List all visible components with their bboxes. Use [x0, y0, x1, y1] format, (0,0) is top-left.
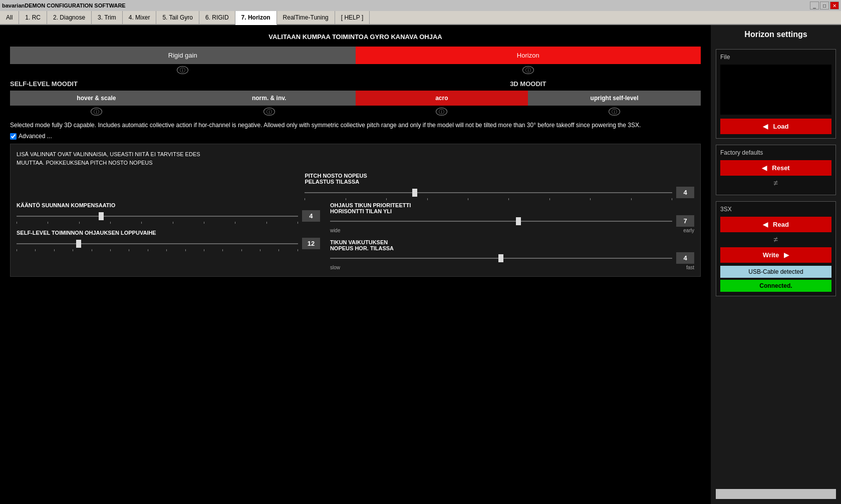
threeSX-panel-title: 3SX — [720, 206, 831, 213]
pitch-nosto-row: PITCH NOSTO NOPEUSPELASTUS TILASSA — [17, 173, 694, 198]
instruction-text: VALITAAN KUMPAA TOIMINTOA GYRO KANAVA OH… — [10, 33, 701, 41]
advanced-panel-title: LISÄ VALINNAT OVAT VALINNAISIA, USEASTI … — [17, 150, 694, 167]
load-button[interactable]: Load — [720, 119, 831, 134]
ohjaustikku-value: 7 — [676, 215, 694, 227]
advanced-label: Advanced ... — [19, 133, 52, 140]
horizon-info-icon[interactable]: ⓘ — [356, 66, 701, 74]
reset-button[interactable]: Reset — [720, 160, 831, 176]
file-panel: File Load — [716, 49, 836, 139]
advanced-row: Advanced ... — [10, 133, 701, 140]
sidebar: Horizon settings File Load Factory defau… — [711, 25, 841, 504]
factory-panel-title: Factory defaults — [720, 149, 831, 156]
tikku-value: 4 — [676, 252, 694, 264]
content-area: VALITAAN KUMPAA TOIMINTOA GYRO KANAVA OH… — [0, 25, 711, 504]
sidebar-title: Horizon settings — [716, 30, 836, 39]
kaanto-group: KÄÄNTÖ SUUNNAN KOMPENSAATIO — [17, 202, 320, 222]
tab-all[interactable]: All — [0, 11, 19, 24]
nav-bar: All 1. RC 2. Diagnose 3. Trim 4. Mixer 5… — [0, 11, 841, 25]
self-level-slider-label: SELF-LEVEL TOIMINNON OHJAUKSEN LOPPUVAIH… — [17, 230, 320, 236]
self-level-label: SELF-LEVEL MOODIT — [10, 80, 356, 88]
tab-mixer[interactable]: 4. Mixer — [123, 11, 157, 24]
minimize-button[interactable]: _ — [810, 2, 819, 10]
ohjaustikku-group: OHJAUS TIKUN PRIORITEETTIHORISONTTI TILA… — [330, 202, 694, 233]
tab-trim[interactable]: 3. Trim — [92, 11, 123, 24]
modes-labels: SELF-LEVEL MOODIT 3D MOODIT — [10, 80, 701, 88]
kaanto-slider[interactable] — [17, 212, 298, 221]
pitch-nosto-group: PITCH NOSTO NOPEUSPELASTUS TILASSA — [305, 173, 694, 198]
acro-button[interactable]: acro — [356, 91, 528, 106]
mode-description: Selected mode fully 3D capable. Includes… — [10, 121, 701, 130]
horizon-button[interactable]: Horizon — [356, 47, 701, 64]
tab-rc[interactable]: 1. RC — [19, 11, 47, 24]
read-button[interactable]: Read — [720, 217, 831, 232]
kaanto-label: KÄÄNTÖ SUUNNAN KOMPENSAATIO — [17, 202, 320, 208]
ohjaustikku-control: 7 — [330, 215, 694, 227]
factory-panel: Factory defaults Reset ≠ — [716, 145, 836, 195]
usb-detected-status: USB-Cable detected — [720, 266, 831, 278]
title-bar-text: bavarianDEMON CONFIGURATION SOFTWARE — [2, 3, 126, 9]
bottom-status-bar — [716, 489, 836, 499]
maximize-button[interactable]: □ — [820, 2, 829, 10]
pitch-nosto-label: PITCH NOSTO NOPEUSPELASTUS TILASSA — [305, 173, 694, 185]
upright-info-icon[interactable]: ⓘ — [528, 108, 701, 116]
ohjaustikku-sub: wide early — [330, 228, 694, 233]
tab-tailgyro[interactable]: 5. Tail Gyro — [156, 11, 199, 24]
tab-diagnose[interactable]: 2. Diagnose — [47, 11, 92, 24]
tab-rigid[interactable]: 6. RIGID — [199, 11, 235, 24]
write-button[interactable]: Write — [720, 247, 831, 263]
left-sliders: KÄÄNTÖ SUUNNAN KOMPENSAATIO — [17, 202, 320, 270]
modes-row: hover & scale norm. & inv. acro upright … — [10, 91, 701, 106]
main-layout: VALITAAN KUMPAA TOIMINTOA GYRO KANAVA OH… — [0, 25, 841, 504]
tikku-control: 4 — [330, 252, 694, 264]
self-level-value: 12 — [302, 238, 320, 249]
norm-inv-button[interactable]: norm. & inv. — [183, 91, 356, 106]
tab-realtime[interactable]: RealTime-Tuning — [277, 11, 335, 24]
ohjaustikku-slider[interactable] — [330, 217, 672, 226]
advanced-panel: LISÄ VALINNAT OVAT VALINNAISIA, USEASTI … — [10, 144, 701, 277]
pitch-nosto-value: 4 — [676, 187, 694, 198]
title-bar-controls: _ □ ✕ — [810, 2, 839, 10]
factory-not-equal: ≠ — [720, 179, 831, 188]
self-level-group: SELF-LEVEL TOIMINNON OHJAUKSEN LOPPUVAIH… — [17, 230, 320, 249]
advanced-checkbox[interactable] — [10, 133, 17, 140]
self-level-control: 12 — [17, 238, 320, 249]
three-d-label: 3D MOODIT — [356, 80, 701, 88]
title-bar: bavarianDEMON CONFIGURATION SOFTWARE _ □… — [0, 0, 841, 11]
hover-scale-info-icon[interactable]: ⓘ — [10, 108, 183, 116]
rigid-gain-button[interactable]: Rigid gain — [10, 47, 356, 64]
mode-select-row: Rigid gain Horizon — [10, 47, 701, 64]
pitch-nosto-slider[interactable] — [305, 188, 672, 197]
tikku-sub: slow fast — [330, 265, 694, 270]
norm-inv-info-icon[interactable]: ⓘ — [183, 108, 356, 116]
upright-self-level-button[interactable]: upright self-level — [528, 91, 701, 106]
rigid-info-icon[interactable]: ⓘ — [10, 66, 356, 74]
sliders-section: KÄÄNTÖ SUUNNAN KOMPENSAATIO — [17, 202, 694, 270]
ohjaustikku-label: OHJAUS TIKUN PRIORITEETTIHORISONTTI TILA… — [330, 202, 694, 214]
tab-horizon[interactable]: 7. Horizon — [235, 11, 277, 25]
file-display-area — [720, 65, 831, 115]
threeSX-panel: 3SX Read ≠ Write USB-Cable detected Conn… — [716, 201, 836, 296]
pitch-nosto-control: 4 — [305, 187, 694, 198]
file-panel-title: File — [720, 54, 831, 61]
tab-help[interactable]: [ HELP ] — [335, 11, 370, 24]
close-button[interactable]: ✕ — [830, 2, 839, 10]
modes-info-row: ⓘ ⓘ ⓘ ⓘ — [10, 108, 701, 116]
hover-scale-button[interactable]: hover & scale — [10, 91, 183, 106]
kaanto-value: 4 — [302, 210, 320, 222]
ohjaustikku-right-label: early — [683, 228, 694, 233]
kaanto-control: 4 — [17, 210, 320, 222]
tikku-slider[interactable] — [330, 254, 672, 263]
threeSX-not-equal: ≠ — [720, 235, 831, 244]
self-level-slider[interactable] — [17, 239, 298, 248]
acro-info-icon[interactable]: ⓘ — [356, 108, 528, 116]
ohjaustikku-left-label: wide — [330, 228, 341, 233]
tikku-group: TIKUN VAIKUTUKSENNOPEUS HOR. TILASSA 4 s… — [330, 239, 694, 270]
tikku-label: TIKUN VAIKUTUKSENNOPEUS HOR. TILASSA — [330, 239, 694, 251]
right-sliders: OHJAUS TIKUN PRIORITEETTIHORISONTTI TILA… — [330, 202, 694, 270]
connected-status: Connected. — [720, 280, 831, 292]
tikku-left-label: slow — [330, 265, 340, 270]
tikku-right-label: fast — [686, 265, 694, 270]
